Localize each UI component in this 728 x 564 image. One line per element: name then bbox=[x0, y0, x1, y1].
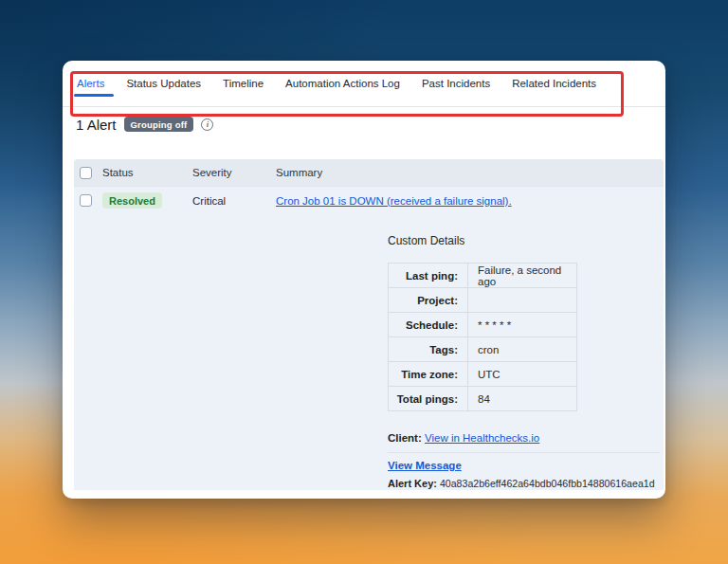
custom-details-title: Custom Details bbox=[388, 234, 660, 247]
client-line: Client: View in Healthchecks.io bbox=[388, 432, 660, 444]
alert-details-card: Alerts Status Updates Timeline Automatio… bbox=[63, 61, 665, 499]
detail-value: Failure, a second ago bbox=[468, 264, 577, 288]
tab-related-incidents[interactable]: Related Incidents bbox=[512, 78, 596, 89]
alerts-summary-row: 1 Alert Grouping off i bbox=[76, 114, 213, 135]
detail-row: Last ping: Failure, a second ago bbox=[389, 264, 577, 288]
detail-label: Tags: bbox=[389, 337, 468, 362]
column-header-severity: Severity bbox=[192, 167, 276, 178]
alerts-table: Status Severity Summary Resolved Critica… bbox=[74, 159, 664, 490]
detail-label: Time zone: bbox=[389, 362, 468, 387]
table-row: Resolved Critical Cron Job 01 is DOWN (r… bbox=[74, 186, 664, 214]
info-icon[interactable]: i bbox=[201, 118, 213, 131]
tab-alerts[interactable]: Alerts bbox=[77, 78, 104, 89]
detail-value: cron bbox=[468, 337, 577, 362]
tab-status-updates[interactable]: Status Updates bbox=[126, 78, 201, 89]
detail-label: Project: bbox=[389, 288, 468, 313]
detail-row: Tags: cron bbox=[389, 337, 577, 362]
column-header-status: Status bbox=[102, 167, 192, 178]
status-badge: Resolved bbox=[102, 192, 162, 209]
select-all-checkbox[interactable] bbox=[80, 167, 92, 179]
severity-value: Critical bbox=[192, 195, 276, 207]
row-checkbox[interactable] bbox=[80, 194, 92, 207]
detail-label: Total pings: bbox=[389, 387, 468, 411]
detail-value bbox=[468, 288, 577, 313]
detail-value: UTC bbox=[468, 362, 577, 387]
detail-row: Schedule: * * * * * bbox=[389, 313, 577, 337]
alert-summary-link[interactable]: Cron Job 01 is DOWN (received a failure … bbox=[276, 195, 512, 207]
client-label: Client: bbox=[388, 432, 422, 444]
view-message-link[interactable]: View Message bbox=[388, 460, 462, 471]
detail-label: Schedule: bbox=[389, 313, 468, 337]
grouping-toggle-badge[interactable]: Grouping off bbox=[124, 117, 194, 132]
healthchecks-link[interactable]: View in Healthchecks.io bbox=[425, 432, 539, 444]
tab-past-incidents[interactable]: Past Incidents bbox=[422, 78, 490, 89]
detail-row: Project: bbox=[389, 288, 577, 313]
detail-value: 84 bbox=[468, 387, 577, 411]
detail-value: * * * * * bbox=[468, 313, 577, 337]
tab-bar: Alerts Status Updates Timeline Automatio… bbox=[63, 61, 665, 107]
detail-label: Last ping: bbox=[389, 264, 468, 288]
alerts-table-header: Status Severity Summary bbox=[74, 159, 664, 186]
tab-timeline[interactable]: Timeline bbox=[223, 78, 264, 89]
alert-key-line: Alert Key: 40a83a2b6eff462a64bdb046fbb14… bbox=[388, 478, 660, 489]
detail-row: Total pings: 84 bbox=[389, 387, 577, 411]
alert-key-label: Alert Key: bbox=[388, 478, 437, 489]
column-header-summary: Summary bbox=[276, 167, 664, 178]
tab-automation-actions-log[interactable]: Automation Actions Log bbox=[285, 78, 400, 89]
alert-key-value: 40a83a2b6eff462a64bdb046fbb14880616aea1d bbox=[440, 478, 655, 489]
custom-details-table: Last ping: Failure, a second ago Project… bbox=[388, 263, 577, 411]
detail-row: Time zone: UTC bbox=[389, 362, 577, 387]
divider bbox=[388, 452, 660, 453]
alert-detail-pane: Custom Details Last ping: Failure, a sec… bbox=[388, 213, 660, 489]
alert-count-label: 1 Alert bbox=[76, 117, 117, 133]
